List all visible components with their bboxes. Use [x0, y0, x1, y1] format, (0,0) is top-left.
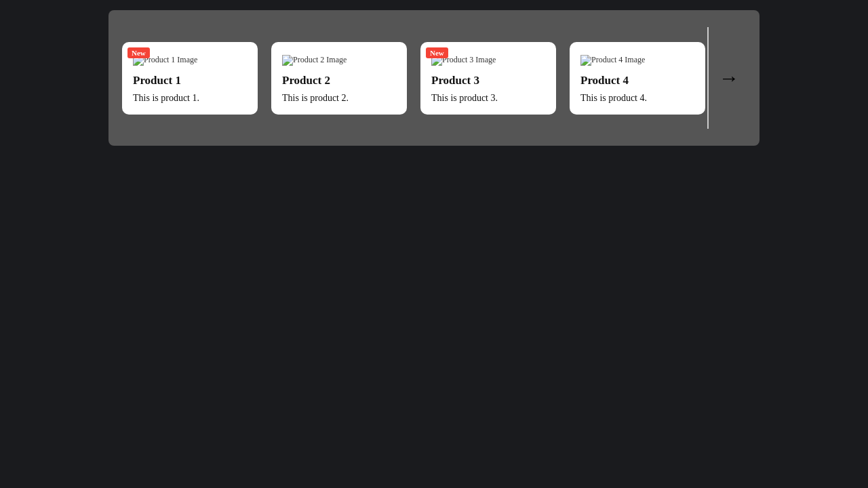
product-card-1: New Product 1 This is product 1.: [122, 42, 258, 115]
product-title-2: Product 2: [282, 74, 396, 87]
product-title-3: Product 3: [431, 74, 545, 87]
product-image-2: [282, 55, 347, 66]
product-card-2: Product 2 This is product 2.: [271, 42, 407, 115]
product-description-4: This is product 4.: [580, 93, 694, 104]
new-badge-1: New: [127, 47, 150, 58]
carousel-track: New Product 1 This is product 1. Product…: [122, 42, 707, 115]
product-card-4: Product 4 This is product 4.: [570, 42, 705, 115]
product-description-1: This is product 1.: [133, 93, 247, 104]
product-title-1: Product 1: [133, 74, 247, 87]
next-arrow-button[interactable]: →: [712, 61, 746, 95]
product-image-4: [580, 55, 645, 66]
product-description-2: This is product 2.: [282, 93, 396, 104]
carousel-divider: [707, 27, 709, 129]
product-description-3: This is product 3.: [431, 93, 545, 104]
carousel-container: New Product 1 This is product 1. Product…: [108, 10, 760, 146]
new-badge-3: New: [426, 47, 448, 58]
product-card-3: New Product 3 This is product 3.: [420, 42, 556, 115]
product-title-4: Product 4: [580, 74, 694, 87]
